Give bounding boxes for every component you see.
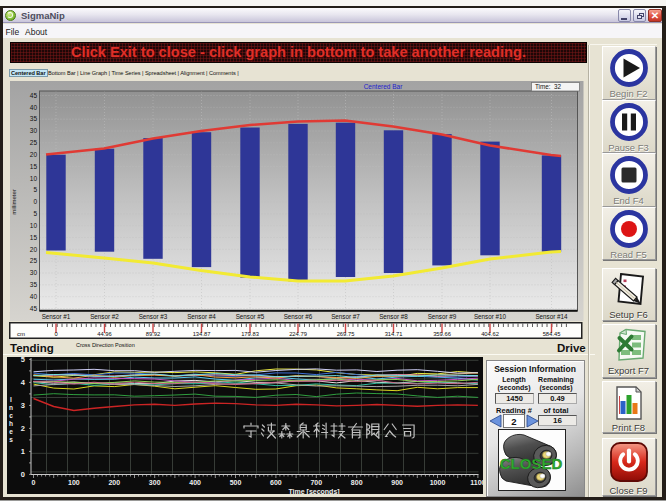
svg-text:269.75: 269.75 <box>337 331 355 337</box>
svg-text:Sensor #1: Sensor #1 <box>42 312 71 319</box>
svg-text:35: 35 <box>30 115 38 122</box>
svg-text:25: 25 <box>30 257 38 264</box>
svg-text:0: 0 <box>21 469 25 478</box>
svg-text:c: c <box>9 411 13 418</box>
svg-text:100: 100 <box>68 479 80 486</box>
svg-text:20: 20 <box>30 150 38 157</box>
svg-text:10: 10 <box>30 174 38 181</box>
svg-text:40: 40 <box>30 103 38 110</box>
svg-text:600: 600 <box>270 479 282 486</box>
svg-text:cm: cm <box>17 331 25 337</box>
svg-text:Sensor #3: Sensor #3 <box>139 312 168 319</box>
svg-text:Sensor #4: Sensor #4 <box>187 312 216 319</box>
svg-text:314.71: 314.71 <box>385 331 403 337</box>
svg-text:10: 10 <box>30 221 38 228</box>
svg-text:400: 400 <box>189 479 201 486</box>
svg-text:404.62: 404.62 <box>481 331 499 337</box>
svg-text:800: 800 <box>351 479 363 486</box>
svg-text:Sensor #14: Sensor #14 <box>535 312 568 319</box>
svg-text:n: n <box>9 403 13 410</box>
svg-text:Sensor #2: Sensor #2 <box>90 312 119 319</box>
svg-text:359.66: 359.66 <box>433 331 451 337</box>
svg-text:584.45: 584.45 <box>543 331 561 337</box>
svg-text:e: e <box>9 427 13 434</box>
svg-text:Centered Bar: Centered Bar <box>364 83 403 90</box>
svg-text:3: 3 <box>21 400 25 409</box>
svg-text:44.96: 44.96 <box>97 331 112 337</box>
svg-text:0: 0 <box>32 479 36 486</box>
svg-text:224.79: 224.79 <box>289 331 307 337</box>
svg-text:15: 15 <box>30 233 38 240</box>
svg-text:2: 2 <box>21 423 25 432</box>
svg-text:15: 15 <box>30 162 38 169</box>
svg-text:Time [seconds]: Time [seconds] <box>288 488 339 494</box>
svg-text:s: s <box>9 435 13 442</box>
svg-text:30: 30 <box>30 269 38 276</box>
svg-text:700: 700 <box>310 479 322 486</box>
svg-text:35: 35 <box>30 281 38 288</box>
svg-text:500: 500 <box>230 479 242 486</box>
svg-text:5: 5 <box>33 210 37 217</box>
svg-text:179.83: 179.83 <box>241 331 259 337</box>
svg-text:5: 5 <box>21 357 25 364</box>
svg-text:Sensor #5: Sensor #5 <box>236 312 265 319</box>
svg-text:I: I <box>10 395 12 402</box>
svg-text:200: 200 <box>108 479 120 486</box>
svg-text:0: 0 <box>33 198 37 205</box>
svg-text:h: h <box>9 419 13 426</box>
svg-text:Sensor #10: Sensor #10 <box>474 312 507 319</box>
svg-text:45: 45 <box>30 304 38 311</box>
svg-text:millimeter: millimeter <box>11 189 17 215</box>
svg-text:Sensor #7: Sensor #7 <box>331 312 360 319</box>
svg-text:30: 30 <box>30 127 38 134</box>
svg-text:32: 32 <box>554 83 562 90</box>
svg-text:1000: 1000 <box>430 479 446 486</box>
svg-text:Sensor #6: Sensor #6 <box>284 312 313 319</box>
svg-text:0: 0 <box>54 331 57 337</box>
svg-text:CLOSED: CLOSED <box>500 455 563 472</box>
svg-text:25: 25 <box>30 139 38 146</box>
svg-text:900: 900 <box>391 479 403 486</box>
svg-text:20: 20 <box>30 245 38 252</box>
svg-text:2: 2 <box>511 416 516 427</box>
svg-text:Time:: Time: <box>535 83 551 90</box>
svg-text:1: 1 <box>21 446 25 455</box>
svg-text:134.87: 134.87 <box>193 331 211 337</box>
svg-text:1100: 1100 <box>470 479 483 486</box>
svg-text:45: 45 <box>30 91 38 98</box>
svg-text:300: 300 <box>149 479 161 486</box>
svg-text:Sensor #9: Sensor #9 <box>428 312 457 319</box>
svg-text:89.92: 89.92 <box>146 331 161 337</box>
svg-text:40: 40 <box>30 292 38 299</box>
svg-text:Sensor #8: Sensor #8 <box>379 312 408 319</box>
svg-text:5: 5 <box>33 186 37 193</box>
